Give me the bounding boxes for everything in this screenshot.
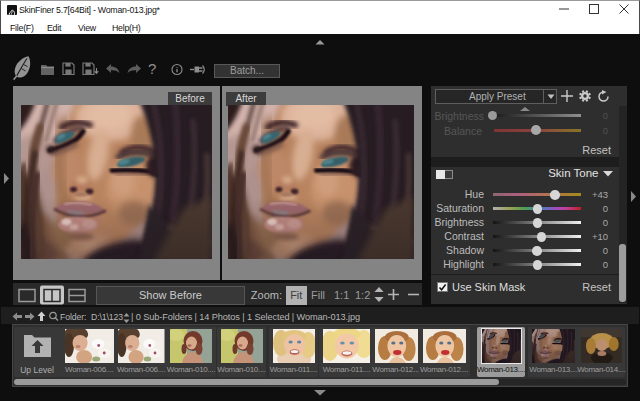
svg-text:?: ? (148, 60, 156, 77)
